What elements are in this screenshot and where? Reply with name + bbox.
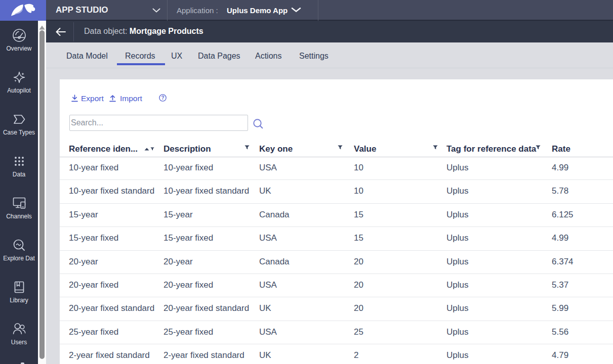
svg-text:?: ? [161,95,164,101]
